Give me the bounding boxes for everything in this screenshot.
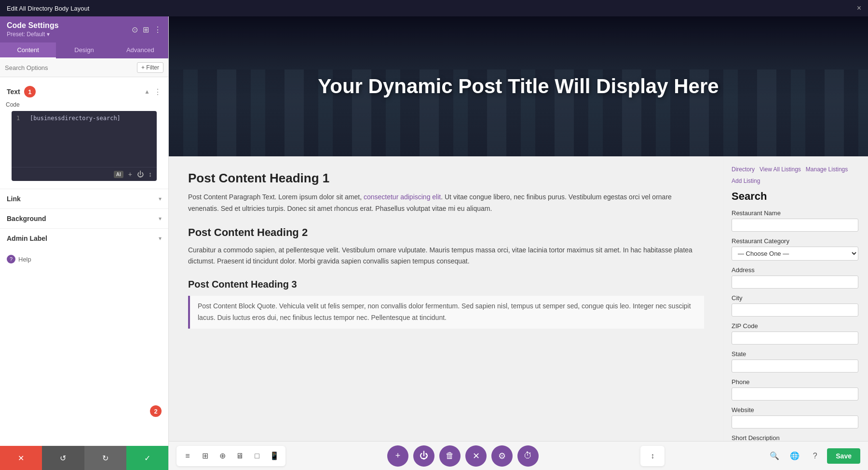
toolbar-cursor-icon[interactable]: ⊕	[214, 448, 231, 464]
label-address: Address	[732, 266, 858, 274]
field-city: City	[732, 294, 858, 317]
power-circle-button[interactable]: ⏻	[413, 445, 434, 467]
code-text: [businessdirectory-search]	[30, 115, 121, 122]
tab-design[interactable]: Design	[56, 42, 112, 58]
search-bottom-icon[interactable]: 🔍	[766, 448, 783, 464]
main-content: Your Dynamic Post Title Will Display Her…	[169, 16, 868, 470]
label-phone: Phone	[732, 378, 858, 386]
nav-view-all[interactable]: View All Listings	[760, 166, 801, 173]
main-layout: Code Settings Preset: Default ▾ ⊙ ⊞ ⋮ Co…	[0, 16, 868, 470]
input-zip[interactable]	[732, 332, 858, 345]
add-icon[interactable]: +	[128, 170, 132, 178]
floating-toolbar-bar: ≡ ⊞ ⊕ 🖥 □ 📱 + ⏻ 🗑 ✕ ⚙ ⏱ ↕ �	[169, 441, 868, 470]
label-city: City	[732, 294, 858, 302]
toolbar-desktop-icon[interactable]: 🖥	[231, 448, 248, 464]
sidebar-bottom-actions: ✕ ↺ ↻ ✓	[0, 446, 168, 470]
select-restaurant-category[interactable]: — Choose One —	[732, 247, 858, 261]
sidebar-content: Text 1 ▲ ⋮ Code 1 [businessdirectory-sea…	[0, 77, 168, 446]
target-icon[interactable]: ⊙	[132, 25, 138, 34]
more-icon[interactable]: ⋮	[154, 25, 162, 34]
link-chevron-icon: ▾	[159, 195, 162, 202]
cancel-button[interactable]: ✕	[0, 446, 42, 470]
redo-button[interactable]: ↻	[84, 446, 126, 470]
post-content: Post Content Heading 1 Post Content Para…	[169, 156, 723, 441]
toolbar-menu-icon[interactable]: ≡	[179, 448, 196, 464]
ai-badge: AI	[114, 171, 123, 178]
help-area: ? Help	[0, 248, 168, 270]
columns-icon[interactable]: ⊞	[143, 25, 149, 34]
help-bottom-icon[interactable]: ?	[807, 448, 823, 464]
search-nav: Directory View All Listings Manage Listi…	[732, 166, 858, 184]
tab-advanced[interactable]: Advanced	[112, 42, 168, 58]
globe-bottom-icon[interactable]: 🌐	[787, 448, 803, 464]
add-circle-button[interactable]: +	[387, 445, 408, 467]
sidebar-header: Code Settings Preset: Default ▾ ⊙ ⊞ ⋮	[0, 16, 168, 42]
admin-label-section-header[interactable]: Admin Label ▾	[0, 229, 168, 248]
sidebar-tabs: Content Design Advanced	[0, 42, 168, 58]
trash-circle-button[interactable]: 🗑	[439, 445, 461, 467]
toolbar-right-icons: ↕	[640, 446, 665, 466]
text-section-header[interactable]: Text 1 ▲ ⋮	[0, 82, 168, 101]
field-website: Website	[732, 406, 858, 429]
line-number: 1	[16, 115, 24, 122]
hero-banner: Your Dynamic Post Title Will Display Her…	[169, 16, 868, 156]
close-icon[interactable]: ×	[857, 4, 861, 13]
code-editor-footer: AI + ⏻ ↕	[12, 167, 157, 181]
input-city[interactable]	[732, 304, 858, 317]
sort-right-icon[interactable]: ↕	[644, 448, 661, 464]
label-restaurant-name: Restaurant Name	[732, 209, 858, 217]
help-icon[interactable]: ?	[7, 255, 15, 263]
toolbar-circle-buttons: + ⏻ 🗑 ✕ ⚙ ⏱	[387, 445, 539, 467]
field-restaurant-name: Restaurant Name	[732, 209, 858, 232]
field-address: Address	[732, 266, 858, 289]
sidebar: Code Settings Preset: Default ▾ ⊙ ⊞ ⋮ Co…	[0, 16, 169, 470]
power-icon[interactable]: ⏻	[137, 170, 144, 178]
save-button[interactable]: Save	[827, 448, 860, 464]
tab-content[interactable]: Content	[0, 42, 56, 58]
post-blockquote: Post Content Block Quote. Vehicula velit…	[188, 296, 704, 329]
text-section: Text 1 ▲ ⋮ Code 1 [businessdirectory-sea…	[0, 82, 168, 189]
input-state[interactable]	[732, 359, 858, 373]
search-options-input[interactable]	[5, 64, 137, 71]
nav-manage[interactable]: Manage Listings	[806, 166, 848, 173]
code-label: Code	[6, 101, 163, 108]
field-state: State	[732, 350, 858, 373]
hero-title: Your Dynamic Post Title Will Display Her…	[318, 75, 719, 98]
nav-directory[interactable]: Directory	[732, 166, 755, 173]
nav-add-listing[interactable]: Add Listing	[732, 178, 760, 184]
input-restaurant-name[interactable]	[732, 219, 858, 232]
toolbar-mobile-icon[interactable]: 📱	[266, 448, 283, 464]
input-website[interactable]	[732, 415, 858, 429]
help-label[interactable]: Help	[18, 256, 31, 263]
filter-button[interactable]: + Filter	[137, 62, 163, 73]
code-editor[interactable]: 1 [businessdirectory-search] AI + ⏻ ↕	[12, 111, 157, 181]
section-more-icon[interactable]: ⋮	[154, 87, 162, 97]
chevron-up-icon[interactable]: ▲	[144, 88, 150, 95]
post-link[interactable]: consectetur adipiscing elit	[364, 193, 441, 201]
settings-circle-button[interactable]: ⚙	[491, 445, 513, 467]
search-form-title: Search	[732, 190, 858, 203]
admin-label-chevron-icon: ▾	[159, 235, 162, 242]
post-paragraph-2: Curabitur a commodo sapien, at pellentes…	[188, 245, 704, 268]
field-restaurant-category: Restaurant Category — Choose One —	[732, 237, 858, 261]
close-circle-button[interactable]: ✕	[465, 445, 487, 467]
search-sidebar: Directory View All Listings Manage Listi…	[723, 156, 868, 441]
toolbar-grid-icon[interactable]: ⊞	[197, 448, 213, 464]
content-below-hero: Post Content Heading 1 Post Content Para…	[169, 156, 868, 441]
toolbar-tablet-icon[interactable]: □	[249, 448, 265, 464]
undo-button[interactable]: ↺	[42, 446, 84, 470]
link-section: Link ▾	[0, 189, 168, 208]
link-section-header[interactable]: Link ▾	[0, 189, 168, 208]
input-address[interactable]	[732, 276, 858, 289]
sort-icon[interactable]: ↕	[149, 170, 152, 178]
title-bar-label: Edit All Directory Body Layout	[7, 5, 89, 12]
post-heading-3: Post Content Heading 3	[188, 279, 704, 290]
code-settings-title: Code Settings	[7, 21, 59, 30]
clock-circle-button[interactable]: ⏱	[517, 445, 539, 467]
admin-label-section: Admin Label ▾	[0, 228, 168, 248]
field-short-description: Short Description	[732, 434, 858, 441]
background-section-header[interactable]: Background ▾	[0, 209, 168, 228]
confirm-button[interactable]: ✓	[126, 446, 168, 470]
post-heading-2: Post Content Heading 2	[188, 226, 704, 239]
input-phone[interactable]	[732, 387, 858, 401]
